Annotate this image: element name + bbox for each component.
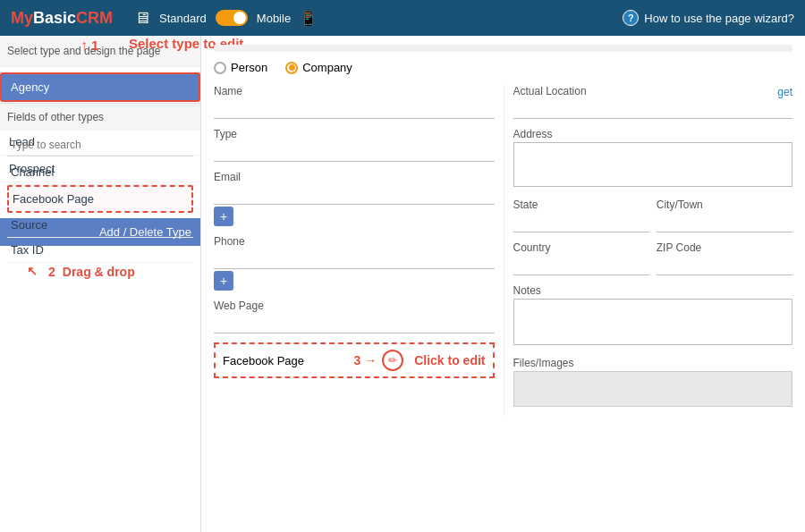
company-label: Company — [302, 61, 352, 74]
logo-crm: CRM — [76, 9, 113, 27]
person-label: Person — [231, 61, 267, 74]
city-input[interactable] — [657, 213, 792, 232]
zip-label: ZIP Code — [657, 241, 792, 254]
country-field-group: Country — [513, 241, 649, 275]
country-label: Country — [513, 241, 649, 254]
zip-field-group: ZIP Code — [657, 241, 792, 275]
city-label: City/Town — [657, 198, 792, 211]
app-header: MyBasicCRM 🖥 Standard Mobile 📱 ? How to … — [0, 0, 805, 36]
monitor-icon: 🖥 — [134, 9, 150, 28]
address-label: Address — [513, 128, 793, 140]
help-text[interactable]: How to use the page wizard? — [644, 12, 794, 25]
email-field-group: Email + — [214, 171, 495, 226]
form-right-column: Actual Location get Address State Cit — [504, 85, 793, 416]
form-grid: Name Type Email + Phone + — [214, 85, 792, 416]
address-textarea[interactable] — [513, 142, 793, 187]
person-radio-button[interactable] — [214, 62, 226, 74]
other-field-taxid: Tax ID — [7, 238, 193, 263]
other-fields-header: Fields of other types — [0, 103, 200, 131]
state-field-group: State — [513, 198, 649, 232]
name-field-group: Name — [214, 85, 495, 119]
other-fields-search — [0, 131, 200, 160]
files-drop-area[interactable] — [513, 371, 793, 407]
city-field-group: City/Town — [657, 198, 792, 232]
header-help: ? How to use the page wizard? — [623, 10, 794, 26]
country-input[interactable] — [513, 256, 649, 275]
type-item-agency[interactable]: Agency — [0, 72, 200, 102]
phone-field-group: Phone + — [214, 235, 495, 291]
type-input[interactable] — [214, 142, 495, 162]
type-label: Type — [214, 128, 495, 140]
form-left-column: Name Type Email + Phone + — [214, 85, 504, 416]
other-field-channel: Channel — [7, 160, 193, 185]
facebook-label: Facebook Page — [223, 354, 304, 367]
svg-text:↖: ↖ — [27, 264, 38, 278]
sidebar-header: Select type and design the page — [0, 36, 200, 67]
name-input[interactable] — [214, 99, 495, 119]
phone-label: Phone — [214, 235, 495, 248]
add-phone-button[interactable]: + — [214, 271, 233, 291]
search-input[interactable] — [7, 134, 193, 156]
mobile-icon: 📱 — [300, 10, 318, 27]
other-fields-list: Channel Facebook Page Source Tax ID — [0, 160, 200, 263]
name-label: Name — [214, 85, 495, 97]
add-email-button[interactable]: + — [214, 207, 233, 226]
company-radio[interactable]: Company — [285, 61, 352, 74]
logo-my: My — [11, 9, 33, 27]
other-field-source: Source — [7, 213, 193, 238]
main-layout: Select type and design the page Agency C… — [0, 36, 805, 532]
webpage-input[interactable] — [214, 314, 495, 334]
entity-type-selector: Person Company — [214, 61, 792, 74]
webpage-field-group: Web Page — [214, 300, 495, 334]
address-field-group: Address — [513, 128, 793, 190]
content-area: Person Company Name Type Email — [201, 36, 805, 532]
mobile-label: Mobile — [257, 12, 291, 25]
country-zip-row: Country ZIP Code — [513, 241, 793, 284]
company-radio-button[interactable] — [285, 62, 298, 74]
header-view-switcher: 🖥 Standard Mobile 📱 — [134, 9, 623, 28]
help-icon[interactable]: ? — [623, 10, 639, 26]
email-input[interactable] — [214, 185, 495, 205]
notes-textarea[interactable] — [513, 299, 793, 345]
notes-label: Notes — [513, 284, 793, 297]
other-field-facebook[interactable]: Facebook Page — [7, 185, 193, 213]
actual-location-input[interactable] — [513, 99, 793, 119]
type-field-group: Type — [214, 128, 495, 162]
get-location-link[interactable]: get — [777, 86, 792, 98]
view-toggle[interactable] — [216, 10, 248, 26]
state-label: State — [513, 198, 649, 211]
edit-facebook-button[interactable]: ✏ — [382, 350, 403, 371]
actual-location-label: Actual Location — [513, 85, 587, 97]
notes-field-group: Notes — [513, 284, 793, 348]
actual-location-field-group: Actual Location get — [513, 85, 793, 119]
state-input[interactable] — [513, 213, 649, 232]
facebook-field-dashed: Facebook Page 3 → ✏ Click to edit — [214, 342, 495, 378]
webpage-label: Web Page — [214, 300, 495, 312]
person-radio[interactable]: Person — [214, 61, 267, 74]
phone-input[interactable] — [214, 249, 495, 269]
state-city-row: State City/Town — [513, 198, 793, 241]
files-field-group: Files/Images — [513, 357, 793, 407]
app-logo: MyBasicCRM — [11, 9, 113, 28]
files-label: Files/Images — [513, 357, 793, 369]
top-bar-decoration — [214, 45, 792, 52]
sidebar: Select type and design the page Agency C… — [0, 36, 201, 532]
zip-input[interactable] — [657, 256, 792, 275]
standard-label: Standard — [159, 12, 207, 25]
email-label: Email — [214, 171, 495, 183]
